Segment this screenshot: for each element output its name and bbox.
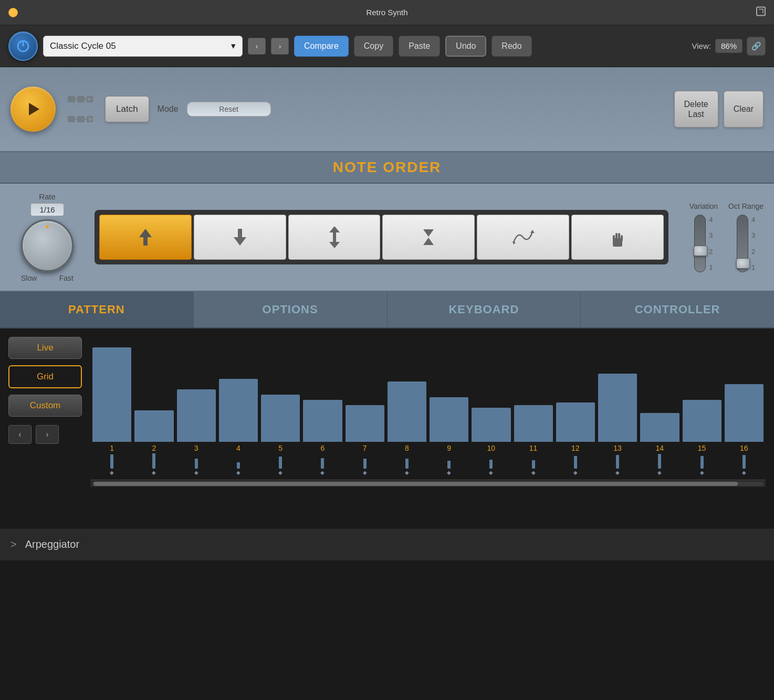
- note-btn-manual[interactable]: [571, 215, 664, 260]
- variation-slider[interactable]: [694, 215, 706, 272]
- tab-controller[interactable]: CONTROLLER: [581, 292, 774, 327]
- vel-item-11[interactable]: ◆: [514, 460, 553, 475]
- vel-item-15[interactable]: ◆: [683, 456, 721, 475]
- bar-col-5[interactable]: 5: [261, 395, 300, 452]
- bar-7[interactable]: [346, 405, 384, 442]
- view-section: View: 86% 🔗: [692, 37, 766, 56]
- vel-label-15: ◆: [700, 470, 704, 475]
- bottom-chevron[interactable]: >: [11, 538, 17, 550]
- bar-col-1[interactable]: 1: [92, 347, 131, 452]
- live-button[interactable]: Live: [8, 337, 82, 359]
- undo-button[interactable]: Undo: [445, 36, 486, 57]
- note-btn-converge[interactable]: [382, 215, 475, 260]
- grid-button[interactable]: Grid: [8, 365, 82, 388]
- variation-slider-group: Variation 4 3 2 1: [689, 202, 718, 272]
- link-button[interactable]: 🔗: [747, 37, 766, 56]
- bar-14[interactable]: [640, 413, 679, 442]
- bar-12[interactable]: [556, 402, 595, 442]
- note-btn-down[interactable]: [194, 215, 286, 260]
- vel-item-4[interactable]: ◆: [219, 462, 258, 475]
- bar-col-7[interactable]: 7: [346, 405, 384, 452]
- bar-3[interactable]: [177, 389, 216, 442]
- vel-item-10[interactable]: ◆: [472, 460, 510, 475]
- preset-dropdown[interactable]: Classic Cycle 05 ▾: [43, 36, 243, 57]
- bar-col-2[interactable]: 2: [134, 410, 173, 452]
- bar-col-10[interactable]: 10: [472, 408, 510, 452]
- play-button[interactable]: [11, 87, 56, 132]
- nav-next-button[interactable]: ›: [271, 38, 289, 55]
- scrollbar-thumb[interactable]: [93, 482, 738, 486]
- oct-range-slider[interactable]: [737, 215, 748, 272]
- bar-col-9[interactable]: 9: [430, 397, 468, 452]
- bar-col-4[interactable]: 4: [219, 379, 258, 452]
- bar-2[interactable]: [134, 410, 173, 442]
- svg-rect-4: [68, 96, 75, 102]
- power-button[interactable]: [8, 31, 38, 61]
- bar-num-13: 13: [613, 444, 622, 452]
- bar-col-11[interactable]: 11: [514, 405, 553, 452]
- paste-button[interactable]: Paste: [399, 36, 440, 57]
- vel-bar-2: [152, 453, 155, 469]
- bar-num-14: 14: [656, 444, 664, 452]
- bar-10[interactable]: [472, 408, 510, 442]
- vel-item-14[interactable]: ◆: [640, 454, 679, 475]
- redo-button[interactable]: Redo: [491, 36, 531, 57]
- bar-1[interactable]: [92, 347, 131, 442]
- tab-keyboard[interactable]: KEYBOARD: [388, 292, 581, 327]
- tab-pattern[interactable]: PATTERN: [0, 292, 194, 327]
- route-icon-2: [66, 111, 95, 128]
- pattern-next-button[interactable]: ›: [36, 425, 59, 444]
- variation-thumb[interactable]: [694, 246, 707, 256]
- bar-4[interactable]: [219, 379, 258, 442]
- bar-col-13[interactable]: 13: [598, 374, 637, 452]
- scrollbar-area[interactable]: [90, 480, 766, 487]
- view-percent[interactable]: 86%: [715, 39, 742, 53]
- copy-button[interactable]: Copy: [354, 36, 393, 57]
- vel-item-2[interactable]: ◆: [134, 453, 173, 475]
- rate-knob[interactable]: [21, 219, 74, 272]
- bar-col-16[interactable]: 16: [725, 384, 763, 452]
- note-btn-updown[interactable]: [288, 215, 381, 260]
- note-btn-random[interactable]: [477, 215, 569, 260]
- rate-value[interactable]: 1/16: [30, 203, 64, 216]
- bar-6[interactable]: [303, 400, 342, 442]
- note-btn-up[interactable]: [99, 215, 192, 260]
- pattern-prev-button[interactable]: ‹: [8, 425, 32, 444]
- vel-item-12[interactable]: ◆: [556, 456, 595, 475]
- bar-col-14[interactable]: 14: [640, 413, 679, 452]
- bar-16[interactable]: [725, 384, 763, 442]
- vel-label-8: ◆: [405, 470, 409, 475]
- delete-last-button[interactable]: DeleteLast: [674, 91, 718, 128]
- vel-item-13[interactable]: ◆: [598, 455, 637, 475]
- vel-item-16[interactable]: ◆: [725, 455, 763, 475]
- tab-options[interactable]: OPTIONS: [194, 292, 388, 327]
- vel-item-1[interactable]: ◆: [92, 454, 131, 475]
- bar-8[interactable]: [388, 381, 426, 442]
- vel-item-5[interactable]: ◆: [261, 457, 300, 475]
- custom-button[interactable]: Custom: [8, 395, 82, 417]
- vel-item-3[interactable]: ◆: [177, 459, 216, 475]
- bar-col-15[interactable]: 15: [683, 400, 721, 452]
- bar-col-8[interactable]: 8: [388, 381, 426, 452]
- nav-prev-button[interactable]: ‹: [248, 38, 266, 55]
- latch-button[interactable]: Latch: [105, 96, 149, 122]
- vel-item-6[interactable]: ◆: [303, 458, 342, 475]
- bar-col-6[interactable]: 6: [303, 400, 342, 452]
- vel-item-8[interactable]: ◆: [388, 459, 426, 475]
- mode-slider[interactable]: Reset: [187, 102, 271, 116]
- bar-9[interactable]: [430, 397, 468, 442]
- bar-13[interactable]: [598, 374, 637, 442]
- compare-button[interactable]: Compare: [294, 36, 349, 57]
- restore-button[interactable]: [755, 5, 767, 19]
- bar-5[interactable]: [261, 395, 300, 442]
- clear-button[interactable]: Clear: [724, 91, 763, 128]
- bar-col-3[interactable]: 3: [177, 389, 216, 452]
- vel-item-9[interactable]: ◆: [430, 461, 468, 475]
- vel-item-7[interactable]: ◆: [346, 459, 384, 475]
- bar-15[interactable]: [683, 400, 721, 442]
- traffic-light[interactable]: [8, 8, 18, 17]
- oct-range-thumb[interactable]: [736, 258, 750, 269]
- bar-11[interactable]: [514, 405, 553, 442]
- pattern-sidebar: Live Grid Custom ‹ ›: [8, 337, 82, 519]
- bar-col-12[interactable]: 12: [556, 402, 595, 452]
